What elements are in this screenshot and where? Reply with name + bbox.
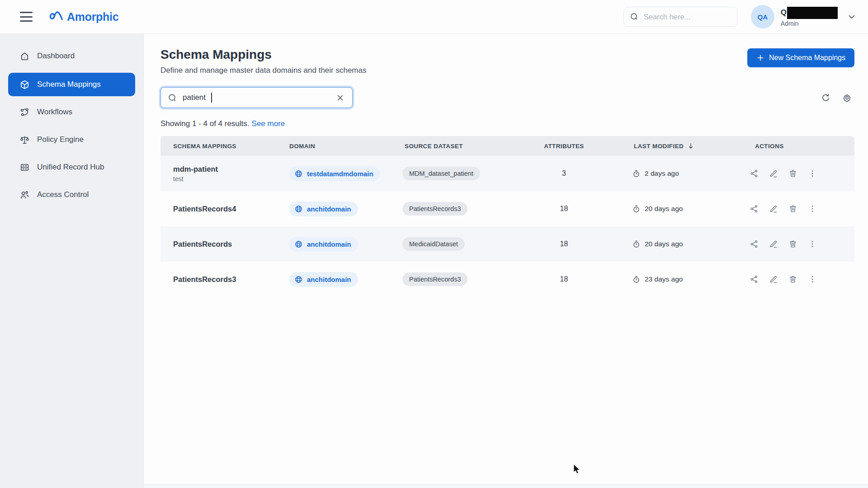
scale-icon	[19, 135, 30, 145]
cube-icon	[19, 80, 30, 90]
attributes-count: 18	[527, 205, 601, 213]
sort-descending-icon[interactable]	[687, 142, 694, 150]
source-dataset-pill: PatientsRecords3	[402, 202, 467, 216]
sidebar-item-schema-mappings[interactable]: Schema Mappings	[8, 73, 135, 96]
domain-link[interactable]: anchitdomain	[307, 276, 351, 283]
sidebar-item-label: Policy Engine	[37, 135, 84, 144]
clear-filter-icon[interactable]	[335, 92, 346, 103]
share-icon[interactable]	[750, 239, 759, 249]
edit-icon[interactable]	[769, 275, 778, 284]
mapping-name: PatientsRecords4	[173, 205, 280, 213]
see-more-link[interactable]: See more	[252, 119, 285, 128]
sidebar-item-label: Dashboard	[37, 52, 75, 61]
table-row[interactable]: PatientsRecords4 anchitdomain PatientsRe…	[160, 191, 854, 226]
attributes-count: 18	[527, 240, 601, 248]
last-modified-text: 20 days ago	[645, 240, 683, 248]
results-count: Showing 1 - 4 of 4 results.	[160, 119, 250, 128]
logo-text: Amorphic	[67, 10, 118, 23]
sidebar-item-access-control[interactable]: Access Control	[8, 184, 135, 206]
mapping-name: mdm-patient	[173, 165, 280, 174]
column-header-source-dataset[interactable]: Source Dataset	[396, 143, 527, 150]
sidebar-item-dashboard[interactable]: Dashboard	[8, 45, 135, 67]
domain-link[interactable]: anchitdomain	[307, 205, 351, 213]
hamburger-menu-icon[interactable]	[20, 12, 33, 22]
column-header-last-modified[interactable]: Last Modified	[601, 142, 723, 150]
page-subtitle: Define and manage master data domains an…	[160, 66, 366, 75]
globe-icon	[294, 275, 303, 284]
more-options-icon[interactable]	[808, 275, 817, 284]
stopwatch-icon	[632, 275, 641, 284]
global-search[interactable]	[623, 7, 737, 27]
domain-pill[interactable]: anchitdomain	[289, 237, 358, 252]
domain-pill[interactable]: anchitdomain	[289, 202, 358, 216]
user-menu[interactable]: QA Q Admin	[751, 5, 857, 28]
home-icon	[19, 51, 30, 61]
table-row[interactable]: PatientsRecords anchitdomain MedicaidDat…	[160, 226, 854, 262]
domain-pill[interactable]: testdatamdmdomain	[289, 166, 380, 181]
sidebar-item-label: Workflows	[37, 108, 72, 117]
sidebar-item-label: Unified Record Hub	[37, 163, 104, 172]
edit-icon[interactable]	[769, 169, 778, 178]
gear-icon[interactable]	[842, 93, 852, 103]
domain-link[interactable]: testdatamdmdomain	[307, 170, 373, 178]
delete-icon[interactable]	[788, 204, 797, 213]
new-schema-mappings-button[interactable]: New Schema Mappings	[747, 48, 854, 67]
stopwatch-icon	[632, 240, 641, 249]
sidebar-item-policy-engine[interactable]: Policy Engine	[8, 129, 135, 150]
mapping-description: test	[173, 175, 280, 183]
column-header-schema-mappings[interactable]: Schema Mappings	[160, 143, 280, 150]
globe-icon	[294, 240, 303, 249]
stopwatch-icon	[632, 205, 641, 213]
share-icon[interactable]	[750, 169, 759, 178]
share-icon[interactable]	[750, 275, 759, 284]
more-options-icon[interactable]	[808, 204, 817, 213]
edit-icon[interactable]	[769, 204, 778, 213]
domain-link[interactable]: anchitdomain	[307, 240, 351, 248]
workflow-icon	[19, 107, 30, 117]
top-bar: Amorphic QA Q Admin	[0, 0, 868, 34]
mapping-name: PatientsRecords3	[173, 275, 280, 284]
delete-icon[interactable]	[788, 239, 797, 249]
sidebar-item-unified-record-hub[interactable]: Unified Record Hub	[8, 156, 135, 178]
mapping-name: PatientsRecords	[173, 240, 280, 249]
sidebar-item-label: Schema Mappings	[37, 80, 101, 89]
search-icon	[167, 93, 178, 103]
filter-input[interactable]: patient	[160, 87, 353, 108]
sidebar-item-workflows[interactable]: Workflows	[8, 101, 135, 123]
delete-icon[interactable]	[788, 169, 797, 178]
column-header-attributes[interactable]: Attributes	[527, 143, 601, 150]
main-content: Schema Mappings Define and manage master…	[144, 34, 868, 488]
more-options-icon[interactable]	[808, 169, 817, 178]
delete-icon[interactable]	[788, 275, 797, 284]
column-header-domain[interactable]: Domain	[280, 143, 396, 150]
last-modified-text: 20 days ago	[645, 205, 683, 213]
edit-icon[interactable]	[769, 239, 778, 249]
horizontal-scrollbar[interactable]	[144, 484, 868, 488]
record-grid-icon	[19, 162, 30, 173]
table-header-row: Schema Mappings Domain Source Dataset At…	[160, 136, 854, 156]
source-dataset-pill: MDM_dataset_patient	[402, 167, 480, 180]
global-search-input[interactable]	[644, 13, 743, 21]
column-header-actions: Actions	[723, 143, 854, 150]
sidebar-item-label: Access Control	[37, 190, 89, 199]
user-avatar[interactable]: QA	[751, 5, 774, 28]
domain-pill[interactable]: anchitdomain	[289, 272, 358, 287]
attributes-count: 3	[527, 169, 601, 178]
user-role: Admin	[781, 20, 838, 27]
last-modified-text: 2 days ago	[645, 169, 679, 178]
stopwatch-icon	[632, 169, 641, 178]
globe-icon	[294, 169, 303, 178]
chevron-down-icon[interactable]	[847, 12, 857, 22]
share-icon[interactable]	[750, 204, 759, 213]
page-title: Schema Mappings	[160, 47, 366, 62]
amorphic-logo[interactable]: Amorphic	[49, 10, 118, 23]
table-row[interactable]: PatientsRecords3 anchitdomain PatientsRe…	[160, 262, 854, 297]
more-options-icon[interactable]	[808, 239, 817, 249]
redacted-username	[787, 7, 838, 19]
refresh-icon[interactable]	[821, 93, 831, 103]
users-icon	[19, 190, 30, 200]
text-caret	[211, 93, 212, 103]
attributes-count: 18	[527, 275, 601, 283]
table-row[interactable]: mdm-patient test testdatamdmdomain MDM_d…	[160, 156, 854, 191]
search-icon	[629, 12, 639, 22]
